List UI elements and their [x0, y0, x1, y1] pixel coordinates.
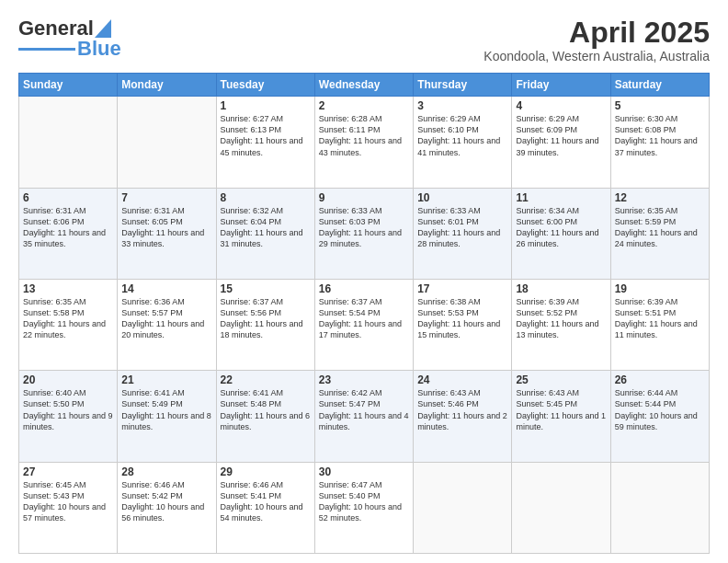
calendar-cell: 16Sunrise: 6:37 AMSunset: 5:54 PMDayligh…: [314, 279, 413, 370]
day-info: Sunrise: 6:41 AMSunset: 5:48 PMDaylight:…: [221, 387, 311, 432]
day-info: Sunrise: 6:27 AMSunset: 6:13 PMDaylight:…: [221, 113, 311, 158]
day-info: Sunrise: 6:43 AMSunset: 5:46 PMDaylight:…: [417, 387, 507, 432]
day-number: 24: [417, 373, 507, 386]
day-info: Sunrise: 6:39 AMSunset: 5:52 PMDaylight:…: [516, 296, 606, 341]
calendar-cell: 8Sunrise: 6:32 AMSunset: 6:04 PMDaylight…: [216, 188, 314, 279]
day-number: 21: [121, 373, 211, 386]
main-title: April 2025: [483, 17, 710, 49]
calendar-cell: 21Sunrise: 6:41 AMSunset: 5:49 PMDayligh…: [118, 371, 216, 462]
day-info: Sunrise: 6:43 AMSunset: 5:45 PMDaylight:…: [516, 387, 606, 432]
logo-blue: Blue: [77, 37, 121, 61]
day-number: 28: [121, 465, 211, 478]
calendar-cell: 2Sunrise: 6:28 AMSunset: 6:11 PMDaylight…: [314, 97, 413, 188]
day-number: 16: [319, 282, 409, 295]
logo: General Blue: [18, 17, 121, 61]
calendar-cell: 24Sunrise: 6:43 AMSunset: 5:46 PMDayligh…: [414, 371, 512, 462]
calendar-cell: [118, 97, 216, 188]
day-number: 7: [121, 191, 211, 204]
subtitle: Koondoola, Western Australia, Australia: [483, 49, 710, 63]
calendar-cell: 11Sunrise: 6:34 AMSunset: 6:00 PMDayligh…: [512, 188, 610, 279]
day-info: Sunrise: 6:30 AMSunset: 6:08 PMDaylight:…: [615, 113, 705, 158]
day-number: 1: [221, 99, 311, 112]
day-number: 8: [221, 191, 311, 204]
calendar-cell: 12Sunrise: 6:35 AMSunset: 5:59 PMDayligh…: [610, 188, 709, 279]
day-info: Sunrise: 6:28 AMSunset: 6:11 PMDaylight:…: [319, 113, 409, 158]
calendar-week-row: 6Sunrise: 6:31 AMSunset: 6:06 PMDaylight…: [19, 188, 710, 279]
day-number: 19: [615, 282, 705, 295]
day-number: 30: [319, 465, 409, 478]
day-number: 26: [615, 373, 705, 386]
day-number: 5: [615, 99, 705, 112]
calendar-cell: 17Sunrise: 6:38 AMSunset: 5:53 PMDayligh…: [414, 279, 512, 370]
day-number: 18: [516, 282, 606, 295]
calendar-cell: [512, 462, 610, 553]
calendar-cell: 6Sunrise: 6:31 AMSunset: 6:06 PMDaylight…: [19, 188, 118, 279]
weekday-header-saturday: Saturday: [610, 74, 709, 97]
calendar-cell: 28Sunrise: 6:46 AMSunset: 5:42 PMDayligh…: [118, 462, 216, 553]
calendar-cell: 20Sunrise: 6:40 AMSunset: 5:50 PMDayligh…: [19, 371, 118, 462]
weekday-header-sunday: Sunday: [19, 74, 118, 97]
calendar-cell: 7Sunrise: 6:31 AMSunset: 6:05 PMDaylight…: [118, 188, 216, 279]
calendar-cell: 14Sunrise: 6:36 AMSunset: 5:57 PMDayligh…: [118, 279, 216, 370]
calendar-week-row: 1Sunrise: 6:27 AMSunset: 6:13 PMDaylight…: [19, 97, 710, 188]
day-number: 17: [417, 282, 507, 295]
day-number: 15: [221, 282, 311, 295]
day-info: Sunrise: 6:39 AMSunset: 5:51 PMDaylight:…: [615, 296, 705, 341]
calendar-cell: 19Sunrise: 6:39 AMSunset: 5:51 PMDayligh…: [610, 279, 709, 370]
day-info: Sunrise: 6:36 AMSunset: 5:57 PMDaylight:…: [121, 296, 211, 341]
day-info: Sunrise: 6:29 AMSunset: 6:09 PMDaylight:…: [516, 113, 606, 158]
logo-underline: [18, 48, 75, 51]
day-info: Sunrise: 6:40 AMSunset: 5:50 PMDaylight:…: [23, 387, 113, 432]
day-number: 27: [23, 465, 113, 478]
day-number: 6: [23, 191, 113, 204]
calendar-cell: 9Sunrise: 6:33 AMSunset: 6:03 PMDaylight…: [314, 188, 413, 279]
day-info: Sunrise: 6:33 AMSunset: 6:03 PMDaylight:…: [319, 205, 409, 250]
day-info: Sunrise: 6:32 AMSunset: 6:04 PMDaylight:…: [221, 205, 311, 250]
weekday-header-tuesday: Tuesday: [216, 74, 314, 97]
day-info: Sunrise: 6:41 AMSunset: 5:49 PMDaylight:…: [121, 387, 211, 432]
calendar-cell: 5Sunrise: 6:30 AMSunset: 6:08 PMDaylight…: [610, 97, 709, 188]
calendar-cell: 23Sunrise: 6:42 AMSunset: 5:47 PMDayligh…: [314, 371, 413, 462]
day-number: 3: [417, 99, 507, 112]
calendar-cell: 13Sunrise: 6:35 AMSunset: 5:58 PMDayligh…: [19, 279, 118, 370]
weekday-header-thursday: Thursday: [414, 74, 512, 97]
day-number: 13: [23, 282, 113, 295]
day-number: 20: [23, 373, 113, 386]
calendar-cell: 22Sunrise: 6:41 AMSunset: 5:48 PMDayligh…: [216, 371, 314, 462]
calendar-cell: 4Sunrise: 6:29 AMSunset: 6:09 PMDaylight…: [512, 97, 610, 188]
calendar-cell: 1Sunrise: 6:27 AMSunset: 6:13 PMDaylight…: [216, 97, 314, 188]
day-number: 23: [319, 373, 409, 386]
day-number: 25: [516, 373, 606, 386]
svg-marker-0: [95, 19, 111, 38]
day-number: 4: [516, 99, 606, 112]
calendar-cell: [610, 462, 709, 553]
calendar-week-row: 20Sunrise: 6:40 AMSunset: 5:50 PMDayligh…: [19, 371, 710, 462]
calendar-cell: 3Sunrise: 6:29 AMSunset: 6:10 PMDaylight…: [414, 97, 512, 188]
calendar-cell: 10Sunrise: 6:33 AMSunset: 6:01 PMDayligh…: [414, 188, 512, 279]
day-info: Sunrise: 6:31 AMSunset: 6:05 PMDaylight:…: [121, 205, 211, 250]
day-info: Sunrise: 6:38 AMSunset: 5:53 PMDaylight:…: [417, 296, 507, 341]
calendar-week-row: 13Sunrise: 6:35 AMSunset: 5:58 PMDayligh…: [19, 279, 710, 370]
day-info: Sunrise: 6:37 AMSunset: 5:54 PMDaylight:…: [319, 296, 409, 341]
calendar-table: SundayMondayTuesdayWednesdayThursdayFrid…: [18, 73, 710, 554]
logo-triangle-icon: [95, 19, 111, 38]
day-info: Sunrise: 6:35 AMSunset: 5:59 PMDaylight:…: [615, 205, 705, 250]
calendar-cell: 26Sunrise: 6:44 AMSunset: 5:44 PMDayligh…: [610, 371, 709, 462]
weekday-header-row: SundayMondayTuesdayWednesdayThursdayFrid…: [19, 74, 710, 97]
day-info: Sunrise: 6:42 AMSunset: 5:47 PMDaylight:…: [319, 387, 409, 432]
day-info: Sunrise: 6:46 AMSunset: 5:41 PMDaylight:…: [221, 479, 311, 524]
calendar-cell: [19, 97, 118, 188]
weekday-header-monday: Monday: [118, 74, 216, 97]
day-info: Sunrise: 6:37 AMSunset: 5:56 PMDaylight:…: [221, 296, 311, 341]
day-info: Sunrise: 6:29 AMSunset: 6:10 PMDaylight:…: [417, 113, 507, 158]
day-info: Sunrise: 6:31 AMSunset: 6:06 PMDaylight:…: [23, 205, 113, 250]
calendar-cell: 18Sunrise: 6:39 AMSunset: 5:52 PMDayligh…: [512, 279, 610, 370]
day-number: 2: [319, 99, 409, 112]
weekday-header-wednesday: Wednesday: [314, 74, 413, 97]
day-info: Sunrise: 6:47 AMSunset: 5:40 PMDaylight:…: [319, 479, 409, 524]
day-info: Sunrise: 6:45 AMSunset: 5:43 PMDaylight:…: [23, 479, 113, 524]
day-number: 12: [615, 191, 705, 204]
title-block: April 2025 Koondoola, Western Australia,…: [483, 17, 710, 63]
day-number: 11: [516, 191, 606, 204]
calendar-cell: 25Sunrise: 6:43 AMSunset: 5:45 PMDayligh…: [512, 371, 610, 462]
